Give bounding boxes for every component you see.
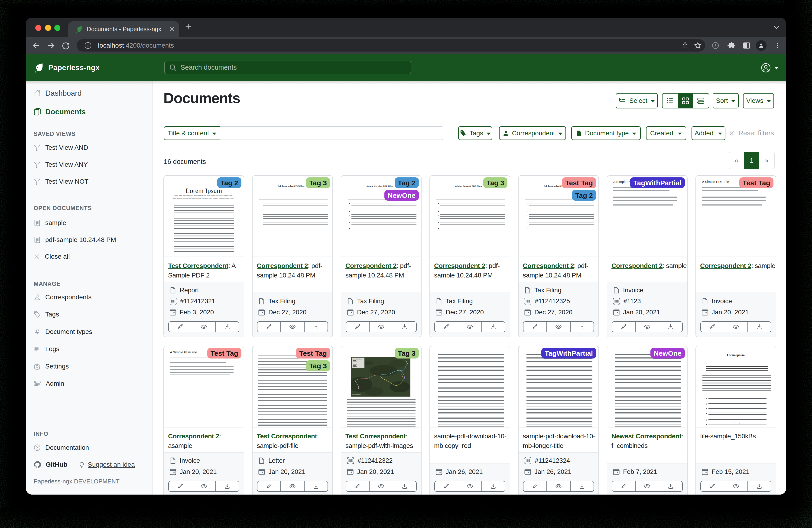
svg-text:Google Earth: Google Earth — [352, 394, 361, 395]
svg-text:Boundary Waters: Boundary Waters — [353, 358, 363, 360]
